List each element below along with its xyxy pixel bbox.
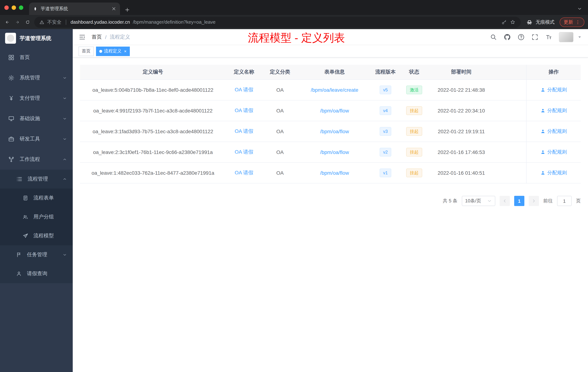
definition-table: 定义编号 定义名称 定义分类 表单信息 流程版本 状态 部署时间 操作 oa_l… [80,65,581,184]
caret-down-icon[interactable] [577,34,582,40]
goto-page-input[interactable] [557,196,572,206]
form-info-link[interactable]: /bpm/oa/leave/create [311,87,358,93]
status-badge: 挂起 [406,148,422,156]
definition-name-link[interactable]: OA 请假 [235,149,253,155]
browser-tab[interactable]: 芋道管理系统 [29,2,120,15]
assign-rule-link[interactable]: 分配规则 [540,149,567,155]
page-content: 定义编号 定义名称 定义分类 表单信息 流程版本 状态 部署时间 操作 oa_l… [73,57,588,213]
minimize-window-button[interactable] [12,5,16,10]
version-badge: v3 [379,127,391,136]
assign-rule-link[interactable]: 分配规则 [540,170,567,176]
assign-rule-label: 分配规则 [547,149,567,155]
page-size-select[interactable]: 10条/页 [462,196,495,206]
flag-icon [16,252,22,258]
sidebar: 芋道管理系统 首页 系统管理 支付管理 基础设施 [0,29,73,372]
pagination: 共 5 条 10条/页 1 前往 页 [80,196,581,206]
reload-icon[interactable] [24,18,31,26]
table-row: oa_leave:2:3c1f0ef1-76b1-11ec-9c66-a2380… [80,142,581,163]
chevron-down-icon [63,96,67,100]
definition-id: oa_leave:1:482ec033-762a-11ec-8477-a2380… [92,170,214,176]
tag-process-definition[interactable]: 流程定义 × [96,46,130,56]
column-header-process-version: 流程版本 [371,65,400,79]
sidebar-item-label: 系统管理 [20,75,40,81]
close-window-button[interactable] [4,5,9,10]
sidebar-item-dev-tools[interactable]: 研发工具 [0,129,73,149]
breadcrumb-separator: / [105,34,106,40]
definition-name-link[interactable]: OA 请假 [235,170,253,176]
assign-rule-link[interactable]: 分配规则 [540,87,567,93]
table-row: oa_leave:1:482ec033-762a-11ec-8477-a2380… [80,163,581,184]
sidebar-item-home[interactable]: 首页 [0,47,73,68]
navbar-actions [490,32,582,42]
definition-id: oa_leave:4:991f2193-7b7f-11ec-a3c8-acde4… [93,108,212,114]
sidebar-item-payment[interactable]: 支付管理 [0,88,73,109]
status-badge: 激活 [406,86,422,94]
person-icon [540,170,546,175]
forward-icon[interactable] [14,18,21,26]
next-page-button[interactable] [529,196,539,206]
user-avatar[interactable] [559,32,573,42]
tag-close-icon[interactable]: × [124,49,126,53]
sidebar-item-task-management[interactable]: 任务管理 [0,245,73,264]
sidebar-item-process-form[interactable]: 流程表单 [0,188,73,208]
breadcrumb-home[interactable]: 首页 [92,34,102,40]
tab-close-icon[interactable] [111,6,116,11]
bookmark-star-icon[interactable] [510,19,516,25]
font-size-icon[interactable] [545,33,552,41]
tags-view-bar: 首页 流程定义 × [73,45,588,57]
not-secure-warning-icon [39,20,44,25]
form-info-link[interactable]: /bpm/oa/flow [320,129,349,134]
prev-page-button[interactable] [500,196,510,206]
sidebar-item-process-model[interactable]: 流程模型 [0,226,73,245]
browser-update-button[interactable]: 更新 [560,17,584,27]
row-spacer [494,100,526,121]
chevron-up-icon [63,177,67,181]
sidebar-item-label: 基础设施 [20,115,40,122]
current-page-button[interactable]: 1 [514,196,524,206]
assign-rule-link[interactable]: 分配规则 [540,128,567,135]
assign-rule-link[interactable]: 分配规则 [540,107,567,114]
tab-search-chevron-icon[interactable] [577,6,582,11]
menu-dots-icon[interactable] [575,20,580,25]
version-badge: v2 [379,148,391,156]
main-area: 首页 / 流程定义 流程模型 - 定义列表 首页 [73,29,588,372]
definition-category: OA [276,87,284,93]
search-icon[interactable] [490,33,497,41]
back-icon[interactable] [4,18,11,26]
column-header-definition-id: 定义编号 [80,65,226,79]
sidebar-item-label: 流程表单 [33,195,54,201]
sidebar-item-workflow[interactable]: 工作流程 [0,149,73,170]
form-info-link[interactable]: /bpm/oa/flow [320,108,349,114]
maximize-window-button[interactable] [19,5,23,10]
address-bar[interactable]: 不安全 dashboard.yudao.iocoder.cn/bpm/manag… [34,17,521,27]
sidebar-item-leave-query[interactable]: 请假查询 [0,264,73,283]
tag-home[interactable]: 首页 [79,46,94,56]
version-badge: v1 [379,169,391,177]
dashboard-icon [8,54,15,61]
sidebar-item-infrastructure[interactable]: 基础设施 [0,109,73,129]
update-label: 更新 [564,19,573,25]
person-icon [540,129,546,134]
password-key-icon[interactable] [501,19,507,25]
sidebar-item-label: 请假查询 [27,271,47,277]
form-info-link[interactable]: /bpm/oa/flow [320,149,349,155]
sidebar-header: 芋道管理系统 [0,29,73,47]
help-question-icon[interactable] [517,33,525,41]
definition-name-link[interactable]: OA 请假 [235,128,253,135]
sidebar-item-system[interactable]: 系统管理 [0,68,73,88]
sidebar-item-process-management[interactable]: 流程管理 [0,170,73,188]
tab-title: 芋道管理系统 [41,6,108,12]
fullscreen-icon[interactable] [531,33,538,41]
hamburger-icon[interactable] [79,33,86,41]
form-info-link[interactable]: /bpm/oa/flow [320,170,349,176]
url-host: dashboard.yudao.iocoder.cn [71,19,130,25]
new-tab-icon[interactable] [124,7,130,13]
definition-name-link[interactable]: OA 请假 [235,107,253,114]
sidebar-item-user-group[interactable]: 用户分组 [0,208,73,226]
github-icon[interactable] [504,33,511,41]
breadcrumb-current: 流程定义 [110,34,130,40]
deploy-time: 2022-01-22 19:19:11 [438,129,485,134]
definition-name-link[interactable]: OA 请假 [235,87,253,93]
app-window: 芋道管理系统 首页 系统管理 支付管理 基础设施 [0,29,588,372]
sidebar-item-label: 流程管理 [28,176,48,182]
